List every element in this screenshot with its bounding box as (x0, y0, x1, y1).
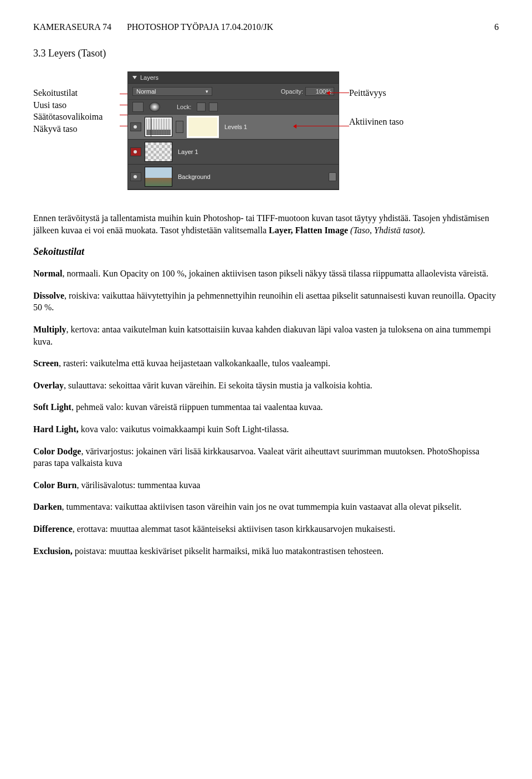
label-uusi-taso: Uusi taso (33, 99, 122, 111)
desc: kova valo: vaikutus voimakkaampi kuin So… (79, 424, 289, 434)
desc: , värilisävalotus: tummentaa kuvaa (76, 480, 200, 490)
desc: , kertova: antaa vaikutelman kuin katsot… (33, 325, 491, 346)
mask-thumb-icon (187, 116, 219, 138)
right-annotations: Peittävyys Aktiivinen taso (349, 87, 403, 129)
new-layer-icon[interactable] (132, 102, 144, 112)
para-intro: Ennen terävöitystä ja tallentamista muih… (33, 212, 499, 236)
para-colordodge: Color Dodge, värivarjostus: jokainen vär… (33, 445, 499, 469)
layers-panel-wrap: Layers Normal ▾ Opacity: 100% Lock: (127, 71, 339, 190)
opacity-label: Opacity: (281, 88, 303, 95)
desc: , rasteri: vaikutelma että kuvaa heijast… (59, 358, 330, 368)
term: Overlay (33, 381, 64, 390)
term: Normal (33, 269, 62, 278)
arrow-aktiivinen (294, 126, 349, 126)
header-mid: PHOTOSHOP TYÖPAJA 17.04.2010/JK (127, 22, 273, 32)
term: Color Dodge (33, 447, 81, 456)
blend-mode-value: Normal (136, 88, 156, 95)
desc: poistava: muuttaa keskiväriset pikselit … (73, 546, 383, 556)
panel-titlebar[interactable]: Layers (128, 72, 339, 84)
lock-transparency-icon[interactable] (197, 102, 206, 111)
para-difference: Difference, erottava: muuttaa alemmat ta… (33, 523, 499, 535)
desc: , sulauttava: sekoittaa värit kuvan väre… (64, 381, 372, 390)
para-overlay: Overlay, sulauttava: sekoittaa värit kuv… (33, 380, 499, 392)
text-bold: Layer, Flatten Image (269, 226, 350, 235)
para-normal: Normal, normaali. Kun Opacity on 100 %, … (33, 268, 499, 280)
desc: , tummentava: vaikuttaa aktiivisen tason… (62, 502, 462, 511)
layer-link-icon[interactable] (176, 121, 183, 133)
term: Dissolve (33, 291, 64, 300)
panel-title-text: Layers (140, 74, 158, 81)
term: Color Burn (33, 480, 76, 490)
para-multiply: Multiply, kertova: antaa vaikutelman kui… (33, 324, 499, 347)
left-annotations: Sekoitustilat Uusi taso Säätötasovalikoi… (33, 71, 122, 135)
layer-name-background: Background (178, 173, 211, 180)
label-nakyva-taso: Näkyvä taso (33, 123, 122, 135)
subheading-sekoitustilat: Sekoitustilat (33, 246, 499, 258)
lock-all-icon[interactable] (209, 102, 218, 111)
term: Difference (33, 524, 73, 534)
adjustment-layer-icon[interactable] (149, 102, 160, 112)
para-screen: Screen, rasteri: vaikutelma että kuvaa h… (33, 357, 499, 370)
diagram-block: Sekoitustilat Uusi taso Säätötasovalikoi… (33, 71, 499, 190)
desc: , erottava: muuttaa alemmat tasot käänte… (73, 524, 396, 534)
lock-icon (329, 172, 336, 181)
label-sekoitustilat: Sekoitustilat (33, 87, 122, 99)
layer-name-layer1: Layer 1 (178, 148, 198, 155)
layer-row-levels[interactable]: Levels 1 (128, 115, 339, 140)
para-colorburn: Color Burn, värilisävalotus: tummentaa k… (33, 479, 499, 491)
lock-icons-group (197, 102, 218, 111)
visibility-toggle-icon[interactable] (130, 172, 141, 181)
para-exclusion: Exclusion, poistava: muuttaa keskivärise… (33, 545, 499, 557)
term: Exclusion, (33, 546, 73, 556)
adjustment-thumb-icon (145, 117, 172, 137)
para-hardlight: Hard Light, kova valo: vaikutus voimakka… (33, 423, 499, 435)
layer-thumb-icon (145, 167, 172, 187)
panel-collapse-icon[interactable] (132, 76, 137, 79)
desc: , pehmeä valo: kuvan väreistä riippuen t… (71, 402, 323, 412)
lock-label: Lock: (177, 104, 191, 110)
header-left: KAMERASEURA 74 (33, 22, 111, 32)
term: Screen (33, 358, 59, 368)
opacity-value-field[interactable]: 100% (305, 87, 334, 96)
desc: , normaali. Kun Opacity on 100 %, jokain… (62, 269, 488, 278)
layer-row-background[interactable]: Background (128, 165, 339, 189)
para-softlight: Soft Light, pehmeä valo: kuvan väreistä … (33, 401, 499, 413)
header-page-number: 6 (494, 22, 499, 32)
visibility-toggle-icon[interactable] (130, 122, 141, 131)
layer-name-levels: Levels 1 (224, 124, 247, 130)
layer-row-layer1[interactable]: Layer 1 (128, 140, 339, 165)
panel-options-row: Normal ▾ Opacity: 100% (128, 84, 339, 100)
label-aktiivinen-taso: Aktiivinen taso (349, 116, 403, 128)
term: Darken (33, 502, 62, 511)
panel-lock-row: Lock: (128, 100, 339, 115)
layer-thumb-icon (145, 142, 172, 162)
term: Multiply (33, 325, 66, 334)
desc: , roiskiva: vaikuttaa häivytettyihin ja … (33, 291, 496, 312)
layers-panel: Layers Normal ▾ Opacity: 100% Lock: (127, 71, 339, 190)
dropdown-arrow-icon: ▾ (206, 89, 208, 94)
para-darken: Darken, tummentava: vaikuttaa aktiivisen… (33, 501, 499, 513)
desc: , värivarjostus: jokainen väri lisää kir… (33, 447, 479, 468)
section-heading: 3.3 Leyers (Tasot) (33, 48, 499, 59)
text-italic: (Taso, Yhdistä tasot). (350, 226, 425, 235)
label-peittavyys: Peittävyys (349, 87, 403, 99)
term: Hard Light, (33, 424, 79, 434)
term: Soft Light (33, 402, 71, 412)
visibility-toggle-icon[interactable] (130, 147, 141, 156)
arrow-peittavyys (327, 93, 349, 93)
page-header: KAMERASEURA 74 PHOTOSHOP TYÖPAJA 17.04.2… (33, 22, 499, 32)
label-saatotasovalikoima: Säätötasovalikoima (33, 111, 122, 123)
para-dissolve: Dissolve, roiskiva: vaikuttaa häivytetty… (33, 290, 499, 314)
blend-mode-dropdown[interactable]: Normal ▾ (132, 87, 212, 96)
